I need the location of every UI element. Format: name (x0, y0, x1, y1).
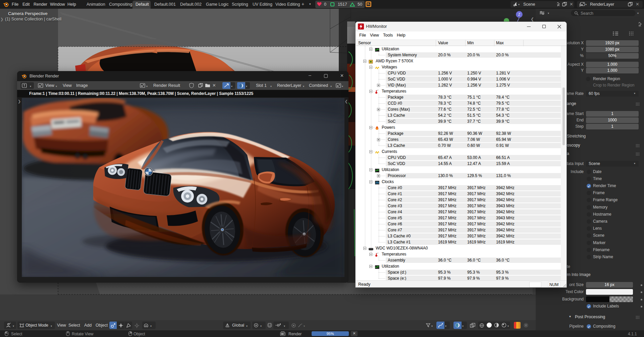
svg-text:Z: Z (518, 13, 520, 16)
svg-text:❮: ❮ (531, 17, 534, 21)
